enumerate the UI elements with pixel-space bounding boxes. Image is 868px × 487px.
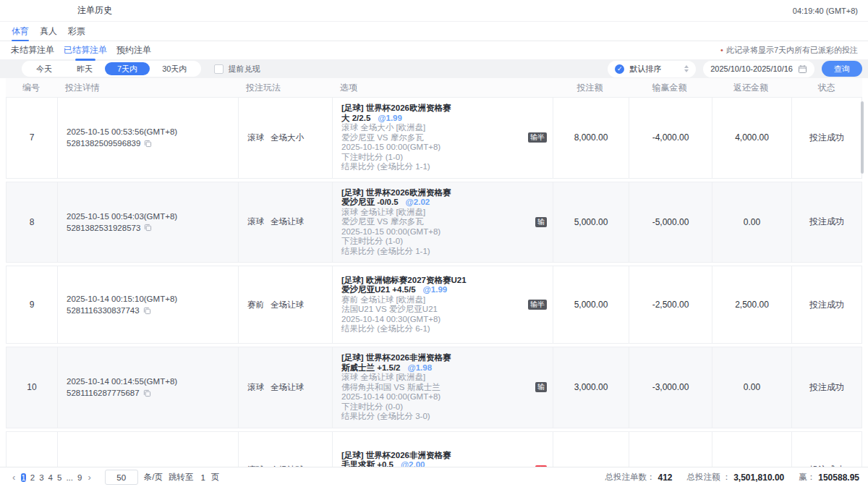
top-bar: 注单历史 04:19:40 (GMT+8) (0, 0, 868, 22)
score-at-bet: 下注时比分 (0-0) (341, 402, 403, 412)
bet-amount: 3,000.00 (553, 347, 629, 428)
col-status: 状态 (791, 82, 862, 94)
status-text: 投注成功 (791, 347, 861, 428)
query-button[interactable]: 查询 (822, 61, 862, 77)
bet-detail-cell: 2025-10-15 00:54:03(GMT+8)52813825319285… (57, 182, 238, 263)
odds-value: @1.99 (423, 285, 448, 294)
col-return: 返还金额 (711, 82, 791, 94)
col-selection: 选项 (331, 82, 552, 94)
market-line: 滚球 全场让球 [欧洲盘] (341, 373, 425, 383)
win-loss-amount: 5,000.00 (629, 432, 712, 467)
page-button[interactable]: 9 (77, 473, 82, 482)
table-row: 72025-10-15 00:53:56(GMT+8)5281382509596… (6, 97, 862, 179)
result-badge: 输 (535, 217, 547, 227)
play-type-cell: 滚球全场让球 (238, 182, 332, 263)
result-badge: 输半 (528, 300, 547, 310)
page-size-input[interactable] (105, 470, 138, 485)
checkbox-icon[interactable] (214, 64, 224, 74)
selection-cell: [足球] 欧洲锦标赛2027资格赛U21爱沙尼亚U21 +4.5/5@1.99赛… (332, 266, 553, 343)
league-name: [足球] 世界杯2026非洲资格赛 (341, 353, 451, 363)
bet-id-value: 5281116330837743 (67, 306, 140, 315)
subtab-settled[interactable]: 已结算注单 (64, 44, 107, 56)
bet-amount: 5,000.00 (553, 432, 629, 467)
sort-selected-value: 默认排序 (629, 64, 679, 75)
range-today[interactable]: 今天 (24, 62, 64, 75)
filter-bar: 今天 昨天 7天内 30天内 提前兑现 ✓ 默认排序 2025/10/10-20… (0, 59, 868, 78)
jump-page-input[interactable]: 1 (200, 473, 205, 482)
range-7days[interactable]: 7天内 (105, 62, 150, 75)
col-bet-detail: 投注详情 (56, 82, 237, 94)
pick-value: 爱沙尼亚U21 +4.5/5 (341, 285, 416, 294)
jump-unit: 页 (211, 472, 220, 483)
bet-amount: 8,000.00 (553, 98, 629, 178)
league-name: [足球] 世界杯2026欧洲资格赛 (341, 188, 451, 198)
match-time: 2025-10-15 00:00(GMT+8) (341, 143, 441, 153)
bet-detail-cell: 2025-10-15 00:53:56(GMT+8)52813825095968… (57, 98, 238, 178)
total-count-value: 412 (658, 473, 672, 483)
copy-icon[interactable] (144, 224, 152, 232)
selection-cell: [足球] 世界杯2026非洲资格赛毛里求斯 +0.5@2.00滚球 全场让球 [… (332, 432, 553, 467)
sub-tab-row: 未结算注单 已结算注单 预约注单 •此记录将显示7天内所有已派彩的投注 (0, 41, 868, 59)
bet-time: 2025-10-15 00:53:56(GMT+8) (67, 127, 177, 136)
play-market: 全场让球 (271, 300, 304, 310)
teams-line: 佛得角共和国 VS 斯威士兰 (341, 383, 441, 393)
play-phase: 滚球 (247, 382, 264, 393)
bet-id: 5281116287775687 (67, 389, 151, 397)
sort-select[interactable]: ✓ 默认排序 (608, 61, 696, 77)
bet-id: 5281382509596839 (67, 139, 152, 148)
pick-line: 大 2/2.5@1.99 (341, 114, 402, 124)
return-amount: 2,500.00 (712, 266, 791, 343)
market-line: 滚球 全场大小 [欧洲盘] (341, 123, 425, 133)
early-cashout-checkbox[interactable]: 提前兑现 (214, 64, 260, 75)
category-tabs: 体育 真人 彩票 (0, 22, 868, 41)
check-circle-icon: ✓ (615, 64, 624, 74)
odds-value: @2.00 (401, 460, 425, 467)
copy-icon[interactable] (143, 307, 151, 315)
return-amount: 0.00 (712, 347, 791, 428)
scrollbar-thumb[interactable] (861, 101, 864, 174)
page-button[interactable]: 2 (30, 473, 35, 482)
play-type-cell: 滚球全场让球 (238, 347, 332, 428)
result-badge: 输半 (528, 132, 547, 143)
page-button[interactable]: 3 (39, 473, 43, 482)
odds-value: @2.02 (406, 198, 430, 206)
status-text: 投注成功 (791, 432, 861, 467)
date-range-picker[interactable]: 2025/10/10-2025/10/16 (703, 61, 814, 77)
col-number: 编号 (6, 82, 56, 94)
page-size-unit: 条/页 (144, 472, 163, 483)
prev-page-icon[interactable]: ‹ (9, 472, 19, 483)
page-title: 注单历史 (77, 4, 112, 17)
result-score: 结果比分 (全场比分 1-1) (341, 247, 430, 257)
bet-id-value: 5281382531928573 (67, 224, 140, 232)
col-win-loss: 输赢金额 (628, 82, 711, 94)
bet-amount: 5,000.00 (553, 182, 629, 263)
bet-detail-cell: 2025-10-14 00:14:41(GMT+8) (57, 432, 238, 467)
page-button[interactable]: 4 (48, 473, 53, 482)
range-yesterday[interactable]: 昨天 (64, 62, 105, 75)
tab-sports[interactable]: 体育 (12, 22, 29, 41)
result-badge: 输 (535, 382, 547, 392)
win-loss-amount: -3,000.00 (629, 347, 712, 428)
return-amount: 10,000.00 (712, 432, 791, 467)
range-30days[interactable]: 30天内 (150, 62, 199, 75)
page-button[interactable]: 1 (21, 473, 25, 482)
subtab-unsettled[interactable]: 未结算注单 (11, 44, 54, 56)
copy-icon[interactable] (144, 140, 152, 148)
next-page-icon[interactable]: › (84, 472, 94, 483)
table-row: 102025-10-14 00:14:55(GMT+8)528111628777… (6, 347, 862, 428)
bet-time: 2025-10-14 00:15:10(GMT+8) (67, 295, 177, 303)
play-phase: 滚球 (247, 132, 264, 143)
page-button[interactable]: 5 (57, 473, 61, 482)
bet-detail-cell: 2025-10-14 00:15:10(GMT+8)52811163308377… (57, 266, 238, 343)
pick-line: 斯威士兰 +1.5/2@1.98 (341, 363, 432, 373)
play-market: 全场让球 (271, 216, 304, 227)
copy-icon[interactable] (143, 389, 151, 397)
tab-live[interactable]: 真人 (40, 22, 57, 41)
match-time: 2025-10-14 00:00(GMT+8) (341, 392, 441, 402)
odds-value: @1.99 (378, 114, 402, 122)
play-type-cell: 滚球全场让球 (238, 432, 332, 467)
total-amount-value: 3,501,810.00 (733, 473, 784, 483)
subtab-reserved[interactable]: 预约注单 (116, 44, 151, 56)
pagination: ‹ 12345...9 › (9, 470, 95, 485)
tab-lottery[interactable]: 彩票 (68, 22, 85, 41)
